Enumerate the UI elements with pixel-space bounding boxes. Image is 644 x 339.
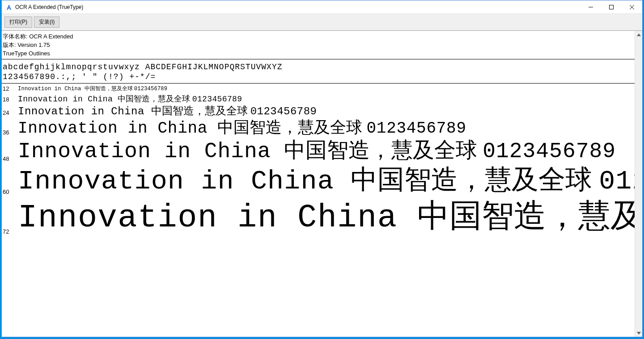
sample-text: Innovation in China 中国智造，慧及全球 0123456789 [18, 164, 635, 197]
font-preview-window: OCR A Extended (TrueType) 打印(P) 安装(I) 字体… [1, 0, 643, 337]
sample-text: Innovation in China 中国智造，慧及全球 0123456789 [18, 85, 167, 93]
sample-text: Innovation in China 中国智造，慧及全球 0123456789 [18, 105, 317, 118]
section-divider [2, 83, 635, 84]
print-button[interactable]: 打印(P) [4, 17, 32, 28]
scroll-area: 字体名称: OCR A Extended 版本: Version 1.75 Tr… [2, 31, 635, 337]
size-label: 72 [2, 228, 18, 237]
font-outline-line: TrueType Outlines [3, 50, 634, 58]
sample-text: Innovation in China 中国智造，慧及全球 0123456789 [18, 94, 242, 105]
sample-row-12: 12Innovation in China 中国智造，慧及全球 01234567… [2, 85, 635, 94]
size-label: 24 [2, 109, 18, 118]
size-label: 36 [2, 129, 18, 138]
window-controls [580, 0, 642, 13]
size-samples: 12Innovation in China 中国智造，慧及全球 01234567… [2, 84, 635, 237]
window-title: OCR A Extended (TrueType) [15, 4, 83, 10]
sample-text: Innovation in China 中国智造，慧及全球 0123456789 [18, 118, 466, 138]
size-label: 18 [2, 96, 18, 105]
sample-row-72: 72Innovation in China 中国智造，慧及全球 01234567… [2, 197, 635, 237]
scroll-up-icon[interactable] [635, 31, 642, 38]
sample-row-18: 18Innovation in China 中国智造，慧及全球 01234567… [2, 94, 635, 105]
scroll-down-icon[interactable] [635, 329, 642, 337]
glyph-line-alpha: abcdefghijklmnopqrstuvwxyz ABCDEFGHIJKLM… [3, 63, 283, 71]
sample-row-36: 36Innovation in China 中国智造，慧及全球 01234567… [2, 118, 635, 138]
font-version-line: 版本: Version 1.75 [3, 41, 634, 50]
sample-row-60: 60Innovation in China 中国智造，慧及全球 01234567… [2, 164, 635, 197]
sample-text: Innovation in China 中国智造，慧及全球 0123456789 [18, 138, 616, 164]
font-app-icon [5, 4, 13, 11]
sample-row-24: 24Innovation in China 中国智造，慧及全球 01234567… [2, 105, 635, 118]
maximize-button[interactable] [601, 0, 622, 13]
minimize-button[interactable] [580, 0, 601, 13]
sample-row-48: 48Innovation in China 中国智造，慧及全球 01234567… [2, 138, 635, 164]
section-divider [2, 59, 635, 59]
size-label: 60 [2, 188, 18, 197]
toolbar: 打印(P) 安装(I) [2, 14, 642, 31]
content-area: 字体名称: OCR A Extended 版本: Version 1.75 Tr… [2, 31, 642, 337]
vertical-scrollbar[interactable] [635, 31, 642, 337]
svg-rect-0 [610, 5, 614, 9]
font-name-line: 字体名称: OCR A Extended [3, 33, 634, 41]
size-label: 12 [2, 85, 18, 94]
font-metadata: 字体名称: OCR A Extended 版本: Version 1.75 Tr… [2, 31, 635, 58]
close-button[interactable] [622, 0, 642, 13]
install-button[interactable]: 安装(I) [34, 17, 59, 28]
size-label: 48 [2, 155, 18, 164]
glyph-sample: abcdefghijklmnopqrstuvwxyz ABCDEFGHIJKLM… [2, 60, 635, 82]
sample-text: Innovation in China 中国智造，慧及全球 0123456789 [18, 197, 635, 237]
glyph-line-symbols: 1234567890.:,; ' " (!?) +-*/= [3, 72, 156, 81]
titlebar[interactable]: OCR A Extended (TrueType) [2, 0, 642, 14]
